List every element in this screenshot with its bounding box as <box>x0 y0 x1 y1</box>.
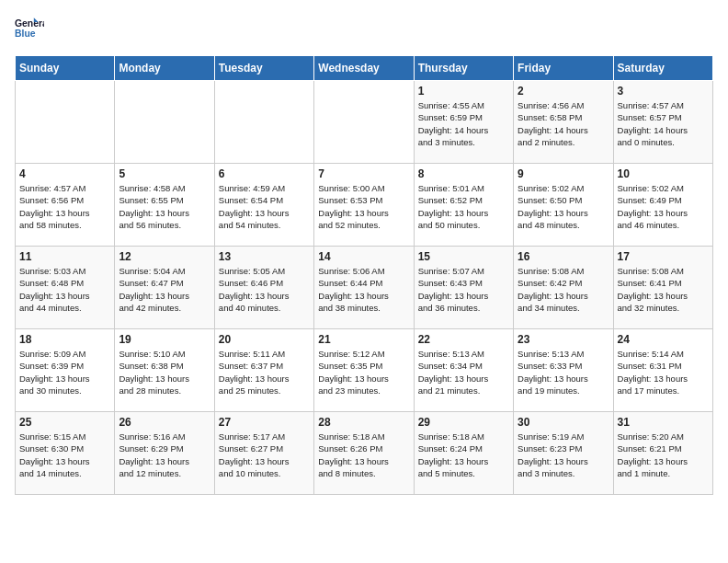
day-info: Sunrise: 5:13 AM Sunset: 6:34 PM Dayligh… <box>418 348 509 396</box>
day-info: Sunrise: 5:12 AM Sunset: 6:35 PM Dayligh… <box>318 348 409 396</box>
calendar-cell: 5Sunrise: 4:58 AM Sunset: 6:55 PM Daylig… <box>115 164 214 247</box>
calendar-cell <box>214 81 313 164</box>
calendar-cell: 7Sunrise: 5:00 AM Sunset: 6:53 PM Daylig… <box>314 164 414 247</box>
day-header-tuesday: Tuesday <box>214 56 313 81</box>
day-number: 20 <box>219 333 310 346</box>
day-info: Sunrise: 5:15 AM Sunset: 6:30 PM Dayligh… <box>19 431 110 479</box>
calendar-cell: 28Sunrise: 5:18 AM Sunset: 6:26 PM Dayli… <box>314 412 414 495</box>
day-info: Sunrise: 4:57 AM Sunset: 6:56 PM Dayligh… <box>19 182 110 231</box>
calendar-cell: 10Sunrise: 5:02 AM Sunset: 6:49 PM Dayli… <box>613 164 712 247</box>
logo: GeneralBlue <box>15 15 44 44</box>
day-number: 24 <box>618 333 709 346</box>
day-info: Sunrise: 5:16 AM Sunset: 6:29 PM Dayligh… <box>119 431 210 479</box>
day-number: 19 <box>119 333 210 346</box>
day-header-wednesday: Wednesday <box>314 56 414 81</box>
day-number: 6 <box>219 167 310 180</box>
day-number: 13 <box>219 250 310 263</box>
day-number: 15 <box>418 250 509 263</box>
calendar-cell: 24Sunrise: 5:14 AM Sunset: 6:31 PM Dayli… <box>613 329 712 412</box>
day-number: 3 <box>618 85 709 98</box>
day-number: 8 <box>418 167 509 180</box>
day-info: Sunrise: 5:18 AM Sunset: 6:26 PM Dayligh… <box>318 431 409 479</box>
logo-icon: GeneralBlue <box>15 15 44 44</box>
calendar-cell: 8Sunrise: 5:01 AM Sunset: 6:52 PM Daylig… <box>414 164 513 247</box>
week-row-3: 11Sunrise: 5:03 AM Sunset: 6:48 PM Dayli… <box>16 247 713 329</box>
day-info: Sunrise: 5:02 AM Sunset: 6:50 PM Dayligh… <box>518 182 609 231</box>
day-number: 31 <box>618 416 709 429</box>
day-number: 1 <box>418 85 509 98</box>
day-info: Sunrise: 5:05 AM Sunset: 6:46 PM Dayligh… <box>219 265 310 314</box>
calendar-cell: 30Sunrise: 5:19 AM Sunset: 6:23 PM Dayli… <box>514 412 613 495</box>
day-number: 12 <box>119 250 210 263</box>
svg-text:Blue: Blue <box>15 29 36 39</box>
calendar-cell: 13Sunrise: 5:05 AM Sunset: 6:46 PM Dayli… <box>214 247 313 329</box>
day-header-monday: Monday <box>115 56 214 81</box>
day-number: 26 <box>119 416 210 429</box>
day-info: Sunrise: 5:02 AM Sunset: 6:49 PM Dayligh… <box>618 182 709 231</box>
day-number: 2 <box>518 85 609 98</box>
calendar-cell: 16Sunrise: 5:08 AM Sunset: 6:42 PM Dayli… <box>514 247 613 329</box>
day-number: 4 <box>19 167 110 180</box>
calendar-cell: 23Sunrise: 5:13 AM Sunset: 6:33 PM Dayli… <box>514 329 613 412</box>
calendar-table: SundayMondayTuesdayWednesdayThursdayFrid… <box>15 55 713 495</box>
calendar-cell: 2Sunrise: 4:56 AM Sunset: 6:58 PM Daylig… <box>514 81 613 164</box>
day-info: Sunrise: 5:09 AM Sunset: 6:39 PM Dayligh… <box>19 348 110 396</box>
day-info: Sunrise: 5:17 AM Sunset: 6:27 PM Dayligh… <box>219 431 310 479</box>
day-number: 28 <box>318 416 409 429</box>
calendar-cell <box>115 81 214 164</box>
calendar-cell: 19Sunrise: 5:10 AM Sunset: 6:38 PM Dayli… <box>115 329 214 412</box>
day-info: Sunrise: 5:19 AM Sunset: 6:23 PM Dayligh… <box>518 431 609 479</box>
day-info: Sunrise: 5:18 AM Sunset: 6:24 PM Dayligh… <box>418 431 509 479</box>
day-info: Sunrise: 5:14 AM Sunset: 6:31 PM Dayligh… <box>618 348 709 396</box>
week-row-5: 25Sunrise: 5:15 AM Sunset: 6:30 PM Dayli… <box>16 412 713 495</box>
day-info: Sunrise: 4:58 AM Sunset: 6:55 PM Dayligh… <box>119 182 210 231</box>
day-number: 9 <box>518 167 609 180</box>
day-number: 29 <box>418 416 509 429</box>
calendar-cell: 22Sunrise: 5:13 AM Sunset: 6:34 PM Dayli… <box>414 329 513 412</box>
day-info: Sunrise: 5:11 AM Sunset: 6:37 PM Dayligh… <box>219 348 310 396</box>
day-info: Sunrise: 5:00 AM Sunset: 6:53 PM Dayligh… <box>318 182 409 231</box>
calendar-cell: 25Sunrise: 5:15 AM Sunset: 6:30 PM Dayli… <box>16 412 115 495</box>
day-number: 10 <box>618 167 709 180</box>
days-header-row: SundayMondayTuesdayWednesdayThursdayFrid… <box>16 56 713 81</box>
day-info: Sunrise: 4:55 AM Sunset: 6:59 PM Dayligh… <box>418 99 509 148</box>
day-info: Sunrise: 4:59 AM Sunset: 6:54 PM Dayligh… <box>219 182 310 231</box>
day-number: 25 <box>19 416 110 429</box>
calendar-cell: 3Sunrise: 4:57 AM Sunset: 6:57 PM Daylig… <box>613 81 712 164</box>
day-header-sunday: Sunday <box>16 56 115 81</box>
week-row-1: 1Sunrise: 4:55 AM Sunset: 6:59 PM Daylig… <box>16 81 713 164</box>
svg-text:General: General <box>15 18 44 29</box>
calendar-cell: 15Sunrise: 5:07 AM Sunset: 6:43 PM Dayli… <box>414 247 513 329</box>
day-number: 27 <box>219 416 310 429</box>
calendar-cell: 27Sunrise: 5:17 AM Sunset: 6:27 PM Dayli… <box>214 412 313 495</box>
day-number: 17 <box>618 250 709 263</box>
calendar-cell: 14Sunrise: 5:06 AM Sunset: 6:44 PM Dayli… <box>314 247 414 329</box>
calendar-cell: 9Sunrise: 5:02 AM Sunset: 6:50 PM Daylig… <box>514 164 613 247</box>
header: GeneralBlue <box>15 15 713 44</box>
day-number: 11 <box>19 250 110 263</box>
calendar-cell: 1Sunrise: 4:55 AM Sunset: 6:59 PM Daylig… <box>414 81 513 164</box>
calendar-cell: 17Sunrise: 5:08 AM Sunset: 6:41 PM Dayli… <box>613 247 712 329</box>
week-row-2: 4Sunrise: 4:57 AM Sunset: 6:56 PM Daylig… <box>16 164 713 247</box>
calendar-cell: 31Sunrise: 5:20 AM Sunset: 6:21 PM Dayli… <box>613 412 712 495</box>
day-info: Sunrise: 5:03 AM Sunset: 6:48 PM Dayligh… <box>19 265 110 314</box>
calendar-cell: 12Sunrise: 5:04 AM Sunset: 6:47 PM Dayli… <box>115 247 214 329</box>
calendar-cell: 20Sunrise: 5:11 AM Sunset: 6:37 PM Dayli… <box>214 329 313 412</box>
day-header-thursday: Thursday <box>414 56 513 81</box>
day-number: 18 <box>19 333 110 346</box>
calendar-cell: 4Sunrise: 4:57 AM Sunset: 6:56 PM Daylig… <box>16 164 115 247</box>
day-info: Sunrise: 5:10 AM Sunset: 6:38 PM Dayligh… <box>119 348 210 396</box>
calendar-cell <box>16 81 115 164</box>
day-info: Sunrise: 5:01 AM Sunset: 6:52 PM Dayligh… <box>418 182 509 231</box>
calendar-cell: 26Sunrise: 5:16 AM Sunset: 6:29 PM Dayli… <box>115 412 214 495</box>
calendar-cell: 29Sunrise: 5:18 AM Sunset: 6:24 PM Dayli… <box>414 412 513 495</box>
day-info: Sunrise: 5:07 AM Sunset: 6:43 PM Dayligh… <box>418 265 509 314</box>
day-info: Sunrise: 4:56 AM Sunset: 6:58 PM Dayligh… <box>518 99 609 148</box>
day-info: Sunrise: 4:57 AM Sunset: 6:57 PM Dayligh… <box>618 99 709 148</box>
calendar-cell: 21Sunrise: 5:12 AM Sunset: 6:35 PM Dayli… <box>314 329 414 412</box>
day-info: Sunrise: 5:04 AM Sunset: 6:47 PM Dayligh… <box>119 265 210 314</box>
day-info: Sunrise: 5:08 AM Sunset: 6:41 PM Dayligh… <box>618 265 709 314</box>
day-number: 14 <box>318 250 409 263</box>
day-info: Sunrise: 5:13 AM Sunset: 6:33 PM Dayligh… <box>518 348 609 396</box>
day-header-friday: Friday <box>514 56 613 81</box>
